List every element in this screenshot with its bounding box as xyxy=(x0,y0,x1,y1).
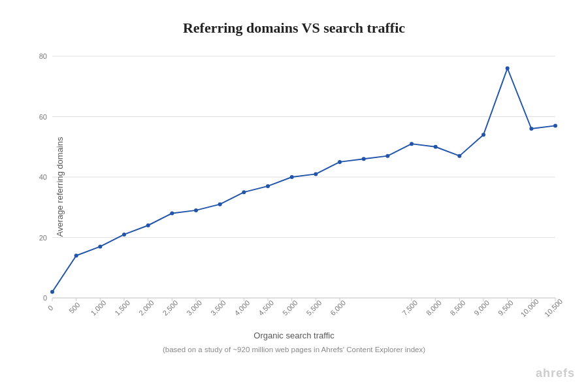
chart-container: Referring domains VS search traffic Aver… xyxy=(0,0,588,392)
svg-text:1,500: 1,500 xyxy=(113,299,131,317)
svg-point-66 xyxy=(410,142,414,146)
svg-text:5,000: 5,000 xyxy=(281,299,299,317)
svg-text:0: 0 xyxy=(46,304,55,312)
svg-text:6,000: 6,000 xyxy=(329,299,347,317)
svg-text:20: 20 xyxy=(39,234,47,242)
svg-point-65 xyxy=(385,154,389,158)
svg-point-58 xyxy=(218,203,222,206)
svg-point-71 xyxy=(529,127,533,131)
svg-text:500: 500 xyxy=(67,301,81,314)
svg-point-72 xyxy=(553,123,557,127)
svg-text:40: 40 xyxy=(39,173,47,181)
svg-point-62 xyxy=(314,172,318,176)
chart-area: Average referring domains 02040608005001… xyxy=(46,50,575,324)
svg-point-54 xyxy=(122,233,126,237)
svg-text:1,000: 1,000 xyxy=(90,299,108,317)
svg-point-52 xyxy=(74,253,78,257)
svg-point-55 xyxy=(146,223,150,227)
svg-point-70 xyxy=(506,67,510,71)
svg-point-69 xyxy=(482,133,485,137)
svg-point-57 xyxy=(194,208,198,212)
svg-text:9,000: 9,000 xyxy=(472,299,491,317)
svg-text:8,000: 8,000 xyxy=(425,299,443,317)
svg-text:80: 80 xyxy=(39,52,47,60)
svg-text:5,500: 5,500 xyxy=(305,299,323,317)
y-axis-label: Average referring domains xyxy=(55,137,65,237)
svg-point-64 xyxy=(362,157,366,161)
footnote: (based on a study of ~920 million web pa… xyxy=(13,346,575,353)
svg-point-53 xyxy=(98,244,102,248)
svg-text:2,500: 2,500 xyxy=(161,299,180,317)
x-axis-label: Organic search traffic xyxy=(13,331,575,340)
svg-text:4,500: 4,500 xyxy=(257,299,275,317)
svg-text:0: 0 xyxy=(43,294,47,302)
svg-text:10,500: 10,500 xyxy=(543,297,564,318)
chart-title: Referring domains VS search traffic xyxy=(13,20,575,37)
svg-text:3,500: 3,500 xyxy=(209,299,227,317)
svg-point-56 xyxy=(170,212,174,216)
svg-point-63 xyxy=(338,160,342,164)
svg-text:60: 60 xyxy=(39,113,47,121)
chart-svg: 02040608005001,0001,5002,0002,5003,0003,… xyxy=(46,50,575,324)
svg-point-68 xyxy=(457,154,461,158)
svg-text:4,000: 4,000 xyxy=(233,299,252,317)
svg-text:3,000: 3,000 xyxy=(185,299,203,317)
svg-point-51 xyxy=(50,290,54,294)
svg-text:10,000: 10,000 xyxy=(519,297,540,318)
svg-text:7,500: 7,500 xyxy=(400,299,419,317)
svg-point-67 xyxy=(434,145,438,149)
svg-point-61 xyxy=(290,175,294,179)
svg-text:8,500: 8,500 xyxy=(449,299,467,317)
svg-point-59 xyxy=(242,190,246,194)
svg-point-60 xyxy=(266,184,270,188)
svg-text:9,500: 9,500 xyxy=(497,299,515,317)
ahrefs-brand: ahrefs xyxy=(536,367,575,380)
svg-text:2,000: 2,000 xyxy=(137,299,155,317)
